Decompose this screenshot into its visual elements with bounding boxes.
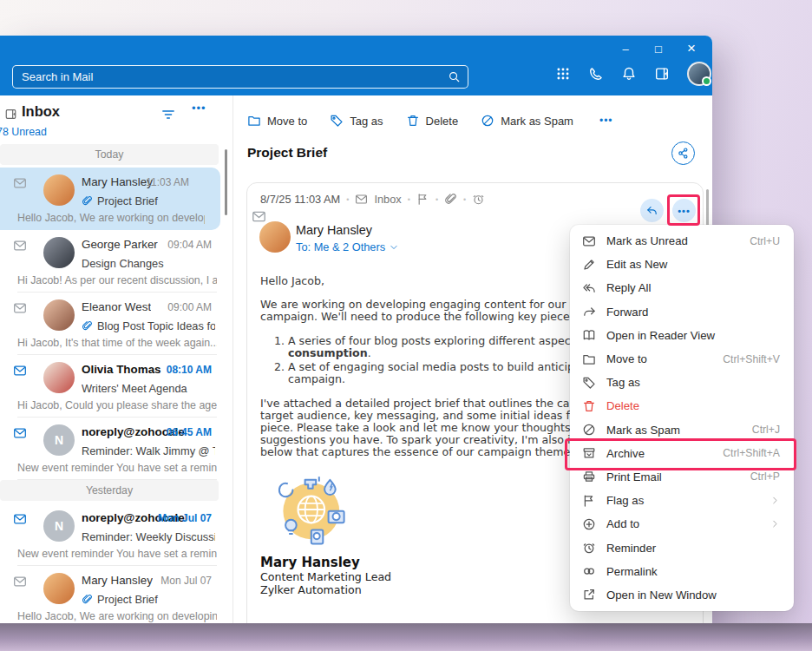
mail-subject: Blog Post Topic Ideas for Thi... xyxy=(82,319,215,332)
maximize-button[interactable]: □ xyxy=(650,39,667,58)
reply-button[interactable] xyxy=(640,199,664,222)
mail-status-envelope-icon[interactable] xyxy=(13,575,27,589)
message-datetime: 8/7/25 11:03 AM xyxy=(260,193,340,206)
menu-item-label: Mark as Unread xyxy=(606,234,739,247)
menu-item-flag-as[interactable]: Flag as xyxy=(570,489,794,512)
minimize-button[interactable]: – xyxy=(617,39,634,58)
side-panel-icon[interactable] xyxy=(654,66,670,82)
menu-item-label: Tag as xyxy=(606,376,780,389)
reminder-clock-icon[interactable] xyxy=(472,193,485,206)
menu-item-mark-as-unread[interactable]: Mark as UnreadCtrl+U xyxy=(570,229,794,253)
dialpad-icon[interactable] xyxy=(555,66,571,82)
sender-avatar: N xyxy=(43,424,75,456)
menu-item-delete[interactable]: Delete xyxy=(570,394,794,418)
mail-list-item[interactable]: Olivia Thomas08:10 AMWriters' Meet Agend… xyxy=(0,355,232,418)
mail-preview: Hi Jacob, It's that time of the week aga… xyxy=(17,337,217,349)
menu-item-edit-as-new[interactable]: Edit as New xyxy=(570,253,794,276)
share-button[interactable] xyxy=(671,141,695,165)
menu-item-move-to[interactable]: Move toCtrl+Shift+V xyxy=(570,347,794,371)
notifications-bell-icon[interactable] xyxy=(621,66,637,82)
menu-item-tag-as[interactable]: Tag as xyxy=(570,371,794,394)
toolbar-tag-as[interactable]: Tag as xyxy=(330,114,383,128)
sender-avatar xyxy=(43,573,75,604)
user-avatar[interactable] xyxy=(687,62,711,86)
mail-list-item[interactable]: George Parker09:04 AMDesign ChangesHi Ja… xyxy=(0,230,232,293)
mail-status-envelope-icon[interactable] xyxy=(13,364,27,378)
mail-time: Mon Jul 07 xyxy=(160,575,212,587)
meta-separator: • xyxy=(463,195,466,204)
tag-icon xyxy=(582,376,596,390)
message-toolbar: Move toTag asDeleteMark as Spam••• xyxy=(247,114,613,128)
mail-time: 08:10 AM xyxy=(167,364,212,376)
menu-item-reminder[interactable]: Reminder xyxy=(570,536,794,559)
list-more-icon[interactable]: ••• xyxy=(192,102,206,115)
forward-icon xyxy=(582,305,596,319)
mail-list-item[interactable]: Eleanor West09:00 AMBlog Post Topic Idea… xyxy=(0,293,232,355)
mail-subject: Project Brief xyxy=(82,593,215,606)
mail-sender: Mary Hansley xyxy=(82,175,153,188)
mail-list-item[interactable]: Nnoreply@zohocalen...Mon Jul 07Reminder:… xyxy=(0,503,232,566)
menu-item-add-to[interactable]: Add to xyxy=(570,512,794,536)
search-icon xyxy=(448,70,461,83)
collapse-envelope-icon[interactable] xyxy=(252,209,266,224)
share-icon xyxy=(677,147,690,160)
plus-circle-icon xyxy=(582,517,596,531)
desktop-bottom-band xyxy=(0,623,812,651)
sender-avatar: N xyxy=(43,510,75,542)
mail-list-item[interactable]: Nnoreply@zohocalen...06:45 AMReminder: W… xyxy=(0,418,232,480)
unread-count[interactable]: 78 Unread xyxy=(0,126,47,138)
menu-item-label: Reminder xyxy=(606,542,780,555)
toolbar-move-to[interactable]: Move to xyxy=(247,114,307,128)
flag-icon xyxy=(582,494,596,508)
sender-avatar xyxy=(43,174,75,206)
mail-status-envelope-icon[interactable] xyxy=(13,426,27,440)
sender-name[interactable]: Mary Hansley xyxy=(296,223,372,237)
search-input[interactable] xyxy=(13,70,448,83)
attachment-icon[interactable] xyxy=(444,193,457,206)
chevron-right-icon xyxy=(770,496,780,505)
chevron-down-icon xyxy=(390,243,398,252)
close-button[interactable]: × xyxy=(683,39,700,58)
toolbar-mark-as-spam[interactable]: Mark as Spam xyxy=(481,114,573,128)
trash-icon xyxy=(406,114,420,128)
mail-subject: Reminder: Walk Jimmy @ Tue J... xyxy=(82,444,215,457)
menu-item-open-in-reader-view[interactable]: Open in Reader View xyxy=(570,324,794,347)
menu-item-forward[interactable]: Forward xyxy=(570,300,794,324)
mail-status-envelope-icon[interactable] xyxy=(13,301,27,315)
folder-title: Inbox xyxy=(22,103,60,120)
toolbar-delete[interactable]: Delete xyxy=(406,114,459,128)
mail-time: 06:45 AM xyxy=(167,426,212,438)
toolbar-more-icon[interactable]: ••• xyxy=(599,115,613,127)
recipients-text: To: Me & 2 Others xyxy=(296,240,385,253)
sender-avatar xyxy=(43,362,75,393)
menu-item-label: Open in Reader View xyxy=(606,329,780,342)
mail-list-item[interactable]: Mary Hansley11:03 AMProject BriefHello J… xyxy=(0,168,220,230)
inbox-panel-icon xyxy=(4,108,17,121)
menu-item-reply-all[interactable]: Reply All xyxy=(570,276,794,299)
mail-sender: Eleanor West xyxy=(82,300,151,313)
flag-icon[interactable] xyxy=(416,193,429,206)
message-folder[interactable]: Inbox xyxy=(374,193,401,206)
mail-status-envelope-icon[interactable] xyxy=(13,176,27,190)
menu-item-label: Forward xyxy=(606,306,780,319)
recipients-line[interactable]: To: Me & 2 Others xyxy=(296,240,398,253)
spam-icon xyxy=(582,423,596,437)
menu-item-open-in-new-window[interactable]: Open in New Window xyxy=(570,583,794,607)
menu-item-label: Reply All xyxy=(606,281,780,294)
mail-status-envelope-icon[interactable] xyxy=(13,512,27,526)
filter-icon[interactable] xyxy=(160,107,176,122)
app-header: – □ × xyxy=(0,36,712,95)
mail-list-item[interactable]: Mary HansleyMon Jul 07Project BriefHello… xyxy=(0,566,232,628)
list-scrollbar[interactable] xyxy=(225,149,227,215)
sender-avatar[interactable] xyxy=(259,221,291,253)
search-bar[interactable] xyxy=(12,65,468,89)
chevron-right-icon xyxy=(770,519,780,529)
mail-status-envelope-icon[interactable] xyxy=(13,239,27,253)
toolbar-label: Delete xyxy=(426,115,459,128)
menu-item-permalink[interactable]: Permalink xyxy=(570,560,794,583)
phone-icon[interactable] xyxy=(588,66,604,82)
menu-item-label: Delete xyxy=(606,399,780,412)
inbox-envelope-icon xyxy=(355,193,368,206)
mail-preview: Hi Jacob! As per our recent discussion, … xyxy=(17,274,217,286)
menu-item-label: Add to xyxy=(606,517,760,530)
